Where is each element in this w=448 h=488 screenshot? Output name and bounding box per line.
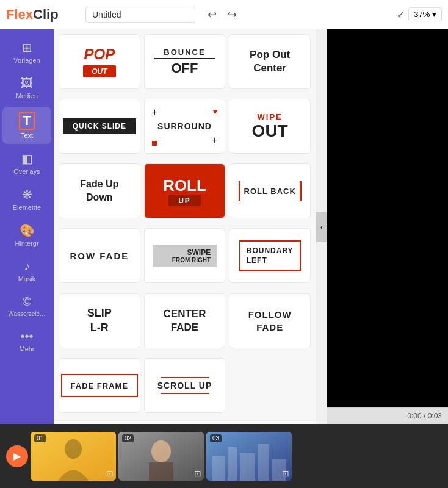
anim-roll-up[interactable]: ROLL UP — [144, 163, 226, 218]
sidebar-label-vorlagen: Vorlagen — [13, 57, 40, 64]
poc-label: Pop OutCenter — [250, 48, 290, 75]
anim-center-fade[interactable]: CENTERFADE — [144, 293, 226, 348]
anim-boundary-left[interactable]: BOUNDARY LEFT — [229, 228, 311, 283]
musik-icon: ♪ — [24, 259, 30, 273]
anim-fade-frame[interactable]: FADE FRAME — [59, 358, 140, 413]
medien-icon: 🖼 — [21, 76, 33, 90]
sidebar-label-overlays: Overlays — [13, 168, 40, 175]
vorlagen-icon: ⊞ — [22, 40, 32, 55]
svg-rect-4 — [149, 462, 173, 481]
svg-point-3 — [151, 440, 171, 462]
anim-pop-out-center[interactable]: Pop OutCenter — [229, 34, 311, 89]
wipe-out-label: WIPE — [258, 112, 283, 121]
slip-lr-label: SLIPL-R — [87, 306, 112, 335]
anim-scroll-up[interactable]: SCROLL UP — [144, 358, 226, 413]
roll-back-label: ROLL BACK — [244, 187, 296, 196]
logo: FlexClip — [6, 7, 79, 23]
sidebar-label-wasserzeich: Wasserzeic… — [8, 310, 45, 317]
filmstrip: ▶ 01 ⊡ — [0, 424, 448, 488]
bounce-off-label: BOUNCE — [164, 48, 205, 57]
sidebar-label-elemente: Elemente — [13, 204, 41, 211]
pop-out-label: POP — [84, 46, 115, 63]
sidebar-item-musik[interactable]: ♪ Musik — [2, 254, 51, 287]
zoom-area: ⤢ 37% ▾ — [397, 7, 442, 21]
fade-frame-label: FADE FRAME — [71, 381, 129, 390]
row-fade-label: ROW FADE — [70, 251, 129, 261]
title-input[interactable] — [85, 7, 195, 23]
sidebar-item-wasserzeich[interactable]: © Wasserzeic… — [2, 290, 51, 322]
sidebar-label-hintergr: Hintergr — [15, 240, 38, 247]
sidebar-item-hintergr[interactable]: 🎨 Hintergr — [2, 218, 51, 252]
quick-slide-label: QUICK SLIDE — [63, 118, 136, 134]
sidebar-item-elemente[interactable]: ❋ Elemente — [2, 182, 51, 216]
anim-follow-fade[interactable]: FOLLOWFADE — [229, 293, 311, 348]
surround-label: SURROUND — [157, 121, 212, 131]
sidebar-label-mehr: Mehr — [19, 345, 34, 353]
hintergr-icon: 🎨 — [20, 223, 35, 238]
roll-up-label: ROLL — [163, 176, 206, 195]
anim-surround[interactable]: + ▾ SURROUND + — [144, 99, 226, 154]
svg-rect-6 — [212, 456, 225, 481]
play-button[interactable]: ▶ — [6, 445, 28, 467]
svg-rect-9 — [258, 444, 269, 481]
anim-pop-out[interactable]: POP OUT — [59, 34, 140, 89]
boundary-left-sub: LEFT — [247, 256, 294, 265]
undo-button[interactable]: ↩ — [204, 7, 220, 23]
text-icon: T — [19, 112, 34, 130]
panel-collapse-button[interactable]: ‹ — [316, 212, 327, 242]
elemente-icon: ❋ — [22, 187, 32, 202]
svg-point-1 — [65, 439, 82, 459]
anim-bounce-off[interactable]: BOUNCE OFF — [144, 34, 226, 89]
sidebar-label-text: Text — [21, 132, 33, 139]
anim-fade-up-down[interactable]: Fade UpDown — [59, 163, 140, 218]
anim-swipe-from-right[interactable]: SWIPE FROM RIGHT — [144, 228, 226, 283]
center-fade-label: CENTERFADE — [164, 307, 206, 334]
bounce-divider — [154, 58, 215, 59]
expand-icon: ⤢ — [397, 9, 405, 20]
wasserzeich-icon: © — [23, 295, 32, 309]
redo-button[interactable]: ↪ — [224, 7, 240, 23]
topbar: FlexClip ↩ ↪ ⤢ 37% ▾ — [0, 0, 448, 29]
clip-3-icon: ⊡ — [282, 468, 289, 478]
film-clip-1[interactable]: 01 ⊡ — [31, 432, 116, 481]
sidebar-item-mehr[interactable]: ••• Mehr — [2, 325, 51, 357]
overlays-icon: ◧ — [21, 151, 33, 166]
sidebar-label-musik: Musik — [18, 275, 36, 282]
sidebar-item-text[interactable]: T Text — [2, 107, 51, 144]
clip-1-num: 01 — [34, 434, 46, 442]
boundary-left-label: BOUNDARY — [247, 246, 294, 255]
wipe-out-sub: OUT — [252, 121, 288, 141]
animation-panel: POP OUT BOUNCE OFF Pop OutCenter — [54, 29, 316, 424]
clip-2-icon: ⊡ — [194, 468, 201, 478]
film-clip-2[interactable]: 02 ⊡ — [118, 432, 204, 481]
animation-grid: POP OUT BOUNCE OFF Pop OutCenter — [54, 29, 316, 424]
sidebar-label-medien: Medien — [16, 92, 38, 99]
clip-3-num: 03 — [210, 434, 222, 442]
film-clip-3[interactable]: 03 ⊡ — [206, 432, 292, 481]
sidebar-item-vorlagen[interactable]: ⊞ Vorlagen — [2, 35, 51, 69]
sidebar-item-overlays[interactable]: ◧ Overlays — [2, 146, 51, 180]
main-area: ⊞ Vorlagen 🖼 Medien T Text ◧ Overlays ❋ … — [0, 29, 448, 424]
logo-text: FlexClip — [6, 7, 59, 23]
anim-slip-lr[interactable]: SLIPL-R — [59, 293, 140, 348]
preview-canvas — [327, 29, 448, 407]
follow-fade-label: FOLLOWFADE — [248, 308, 292, 334]
mehr-icon: ••• — [20, 329, 33, 343]
svg-rect-7 — [228, 447, 237, 481]
clip-1-icon: ⊡ — [106, 468, 114, 478]
swipe-from-right-sub: FROM RIGHT — [159, 257, 211, 264]
fade-up-down-label: Fade UpDown — [80, 178, 118, 205]
anim-wipe-out[interactable]: WIPE OUT — [229, 99, 311, 154]
anim-row-fade[interactable]: ROW FADE — [59, 228, 140, 283]
zoom-button[interactable]: 37% ▾ — [408, 7, 442, 21]
sidebar: ⊞ Vorlagen 🖼 Medien T Text ◧ Overlays ❋ … — [0, 29, 54, 424]
anim-quick-slide[interactable]: QUICK SLIDE — [59, 99, 140, 154]
roll-up-sub: UP — [168, 195, 201, 206]
sidebar-item-medien[interactable]: 🖼 Medien — [2, 71, 51, 104]
undo-redo-group: ↩ ↪ — [204, 7, 240, 23]
anim-roll-back[interactable]: ROLL BACK — [229, 163, 311, 218]
pop-out-sub: OUT — [83, 65, 115, 77]
svg-rect-8 — [240, 453, 255, 481]
clip-2-num: 02 — [122, 434, 134, 442]
swipe-from-right-label: SWIPE — [159, 248, 211, 257]
